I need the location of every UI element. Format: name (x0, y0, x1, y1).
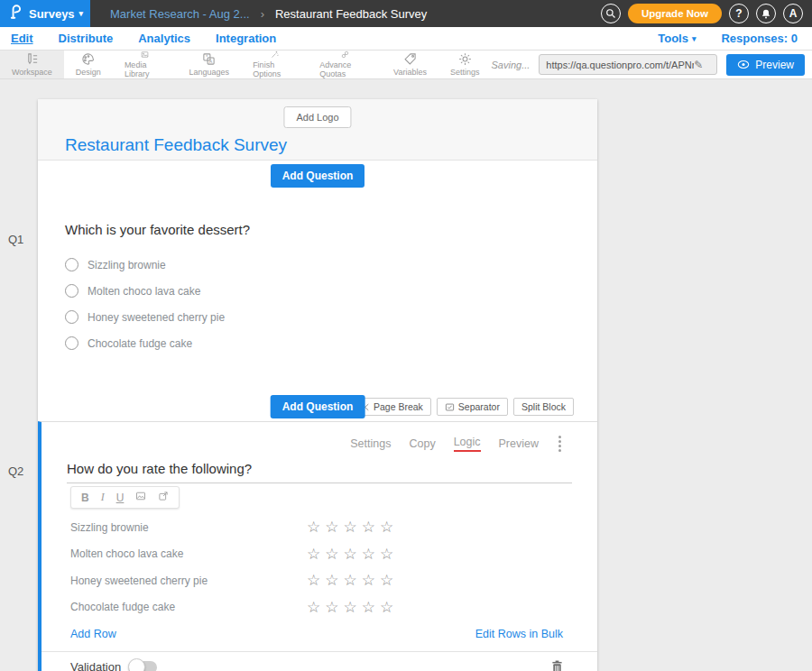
bell-icon (761, 8, 771, 20)
surveys-menu[interactable]: Surveys ▾ (29, 7, 83, 21)
add-question-row-top: Add Question (38, 161, 597, 191)
tab-integration[interactable]: Integration (216, 32, 276, 45)
q2-preview-link[interactable]: Preview (499, 437, 539, 450)
radio-icon (65, 258, 78, 271)
chain-links-icon (338, 51, 352, 59)
eye-icon (737, 60, 750, 69)
validation-toggle[interactable] (130, 661, 157, 671)
delete-question-button[interactable] (551, 660, 563, 671)
add-question-button-top[interactable]: Add Question (271, 164, 365, 188)
tools-menu[interactable]: Tools ▾ (658, 32, 696, 45)
rating-stars: ☆☆☆☆☆ (307, 518, 398, 537)
matrix-row-label[interactable]: Molten choco lava cake (70, 547, 307, 560)
toolbar-item-finish-options[interactable]: Finish Options (241, 51, 308, 78)
toolbar-item-media-library[interactable]: Media Library (113, 51, 178, 78)
tab-analytics[interactable]: Analytics (138, 32, 190, 45)
search-button[interactable] (601, 4, 621, 23)
survey-canvas: Q1 Q2 Add Logo Restaurant Feedback Surve… (0, 79, 812, 671)
toolbar-item-workspace[interactable]: Workspace (0, 51, 64, 78)
separator-button[interactable]: Separator (437, 398, 508, 416)
insert-link-icon[interactable] (158, 491, 169, 504)
preview-label: Preview (755, 59, 794, 71)
underline-icon[interactable]: U (116, 492, 125, 504)
topbar-actions: Upgrade Now ? A (601, 4, 812, 23)
star-icon: ☆ (380, 546, 398, 563)
search-icon (605, 8, 616, 19)
q1-option: Chocolate fudge cake (65, 330, 570, 356)
gear-icon (458, 52, 472, 66)
preview-button[interactable]: Preview (726, 54, 805, 76)
star-icon: ☆ (325, 599, 343, 616)
star-icon: ☆ (344, 599, 362, 616)
toolbar-right: Saving... ✎ Preview (492, 51, 812, 78)
toolbar-item-label: Finish Options (253, 60, 296, 78)
star-icon: ☆ (325, 546, 343, 563)
tools-label: Tools (658, 32, 688, 45)
star-icon: ☆ (362, 546, 380, 563)
responses-count[interactable]: Responses: 0 (721, 32, 798, 45)
option-label[interactable]: Chocolate fudge cake (88, 337, 192, 350)
toolbar-item-settings[interactable]: Settings (438, 51, 492, 78)
tag-icon (403, 52, 417, 66)
survey-header-block: Add Logo Restaurant Feedback Survey (38, 99, 597, 161)
split-block-label: Split Block (521, 401, 566, 412)
q2-logic-link[interactable]: Logic (454, 436, 481, 452)
radio-icon (65, 284, 78, 298)
image-icon (138, 51, 152, 59)
tab-distribute[interactable]: Distribute (59, 32, 114, 45)
toolbar-item-variables[interactable]: Variables (382, 51, 438, 78)
toolbar-item-label: Advance Quotas (319, 60, 370, 78)
split-block-button[interactable]: Split Block (513, 398, 574, 416)
question-number-q1: Q1 (8, 233, 23, 246)
translate-icon: *A (202, 52, 216, 66)
survey-title[interactable]: Restaurant Feedback Survey (65, 135, 287, 155)
toolbar-item-label: Media Library (125, 60, 166, 78)
star-icon: ☆ (380, 519, 398, 536)
edit-rows-in-bulk-link[interactable]: Edit Rows in Bulk (475, 628, 563, 640)
add-logo-button[interactable]: Add Logo (283, 106, 351, 128)
insert-image-icon[interactable] (135, 491, 146, 504)
matrix-row-label[interactable]: Honey sweetened cherry pie (70, 574, 307, 587)
matrix-row-label[interactable]: Sizzling brownie (70, 521, 307, 534)
q2-settings-link[interactable]: Settings (350, 437, 391, 450)
upgrade-now-button[interactable]: Upgrade Now (628, 4, 722, 23)
italic-icon[interactable]: I (101, 491, 105, 504)
add-question-row-bottom: Add Question Page Break Separator Split … (38, 392, 597, 421)
toolbar-item-label: Workspace (12, 68, 52, 77)
avatar[interactable]: A (783, 4, 803, 23)
kebab-menu-icon[interactable] (557, 434, 563, 454)
star-icon: ☆ (362, 572, 380, 589)
matrix-row-label[interactable]: Chocolate fudge cake (70, 601, 307, 613)
star-icon: ☆ (307, 572, 325, 589)
toolbar-item-advance-quotas[interactable]: Advance Quotas (308, 51, 382, 78)
svg-text:*: * (207, 54, 208, 60)
toolbar-item-design[interactable]: Design (64, 51, 113, 78)
star-icon: ☆ (362, 599, 380, 616)
edit-url-icon[interactable]: ✎ (694, 59, 703, 71)
questionpro-logo-icon (9, 4, 23, 23)
bold-icon[interactable]: B (81, 492, 89, 504)
separator-label: Separator (458, 401, 500, 412)
option-label[interactable]: Molten choco lava cake (88, 285, 200, 298)
q2-copy-link[interactable]: Copy (409, 437, 435, 450)
add-question-button-bottom[interactable]: Add Question (271, 395, 365, 418)
brand-block[interactable]: Surveys ▾ (0, 0, 90, 27)
help-button[interactable]: ? (729, 4, 749, 23)
chevron-down-icon: ▾ (692, 34, 697, 43)
toolbar-item-label: Settings (450, 68, 480, 77)
tab-edit[interactable]: Edit (11, 32, 33, 45)
q2-question-text[interactable]: How do you rate the following? (67, 461, 572, 483)
validation-label: Validation (70, 660, 121, 671)
radio-icon (65, 310, 78, 324)
workspace-icon (25, 52, 39, 66)
surveys-menu-label: Surveys (29, 7, 75, 21)
palette-icon (81, 52, 95, 66)
option-label[interactable]: Sizzling brownie (88, 259, 166, 271)
option-label[interactable]: Honey sweetened cherry pie (88, 311, 225, 324)
survey-url-input[interactable] (546, 60, 694, 70)
breadcrumb-folder[interactable]: Market Research - Aug 2... (110, 7, 250, 21)
add-row-link[interactable]: Add Row (70, 628, 116, 640)
q1-question-text[interactable]: Which is your favorite dessert? (65, 222, 570, 237)
toolbar-item-languages[interactable]: *A Languages (178, 51, 242, 78)
notifications-button[interactable] (756, 4, 776, 23)
